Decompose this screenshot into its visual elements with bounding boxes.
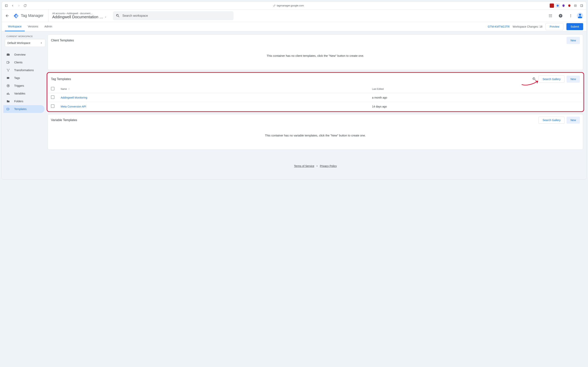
variables-icon [6,92,10,95]
svg-point-28 [8,71,8,72]
tags-icon [6,76,10,80]
ext-icon-2[interactable] [555,3,560,8]
clients-icon [6,61,10,64]
svg-point-2 [557,4,559,7]
svg-point-14 [551,15,552,16]
svg-rect-3 [574,5,577,6]
browser-forward-icon[interactable] [17,3,21,8]
product-logo-block[interactable]: Tag Manager [13,9,48,22]
sidebar-item-label: Templates [14,108,27,111]
help-icon[interactable]: ? [557,12,564,20]
submit-button[interactable]: Submit [566,23,583,30]
folders-icon [6,100,10,103]
client-templates-empty: This container has no client templates, … [48,46,583,70]
svg-point-13 [550,15,551,16]
preview-button[interactable]: Preview [546,23,563,30]
table-row[interactable]: Addingwell Monitoring a month ago [48,93,583,102]
transformations-icon [6,68,10,72]
search-input[interactable] [122,14,231,17]
chevron-right-icon [40,42,43,44]
svg-point-22 [570,17,571,17]
browser-back-icon[interactable] [10,3,15,8]
sidebar-item-triggers[interactable]: Triggers [3,82,44,90]
sidebar-item-label: Clients [14,61,23,64]
template-name-link[interactable]: Addingwell Monitoring [61,96,87,99]
product-name: Tag Manager [21,13,43,18]
app-header: Tag Manager All accounts › Addingwell - … [2,9,586,22]
row-checkbox[interactable] [51,95,54,99]
svg-point-16 [550,17,551,17]
svg-rect-32 [8,93,8,95]
sidebar-item-label: Variables [14,92,25,95]
client-templates-card: Client Templates New This container has … [48,34,583,70]
svg-point-30 [8,85,9,86]
card-title: Tag Templates [51,77,71,81]
sidebar-item-label: Transformations [14,69,34,72]
table-row[interactable]: Meta Conversion API 14 days ago [48,102,583,111]
chevron-down-icon [104,16,107,18]
tab-admin[interactable]: Admin [41,22,55,31]
sidebar-item-folders[interactable]: Folders [3,97,44,105]
new-tag-template-button[interactable]: New [567,76,580,83]
variable-templates-empty: This container has no variable templates… [48,126,583,150]
tab-versions[interactable]: Versions [25,22,42,31]
search-gallery-button[interactable]: Search Gallery [538,76,565,83]
triggers-icon [6,84,10,87]
tab-overview-icon[interactable] [579,3,584,8]
sidebar-item-label: Overview [14,53,25,56]
gtm-logo-icon [13,13,19,18]
svg-point-8 [16,17,17,18]
container-name: Addingwell Documentation … [52,15,103,19]
svg-point-12 [549,15,550,16]
container-id[interactable]: GTM-KMTW2JTR [488,25,510,28]
sidebar-item-label: Triggers [14,84,24,87]
new-variable-template-button[interactable]: New [567,117,580,124]
svg-point-9 [549,14,550,15]
sidebar-item-templates[interactable]: Templates [3,105,44,113]
ext-icon-1[interactable] [550,3,554,8]
sidebar-item-label: Folders [14,100,23,103]
sidebar-item-overview[interactable]: Overview [3,51,44,58]
svg-rect-6 [580,4,583,7]
more-icon[interactable] [567,12,575,20]
svg-point-20 [570,14,571,15]
workspace-selector[interactable]: Default Workspace [5,39,45,47]
ext-icon-3[interactable] [561,3,566,8]
breadcrumb: All accounts › Addingwell - document… [52,12,95,15]
svg-rect-33 [9,94,9,95]
tag-templates-table: Name ↑ Last Edited Addingwell Monitoring… [48,85,583,111]
overview-icon [6,53,10,56]
templates-icon [6,107,10,111]
privacy-link[interactable]: Privacy Policy [320,165,337,167]
search-gallery-button[interactable]: Search Gallery [538,117,565,124]
sidebar-item-tags[interactable]: Tags [3,74,44,82]
account-path[interactable]: All accounts › Addingwell - document… Ad… [52,12,107,19]
row-checkbox[interactable] [51,104,54,108]
sidebar-item-variables[interactable]: Variables [3,90,44,97]
col-edited[interactable]: Last Edited [369,85,583,93]
search-icon[interactable] [532,77,537,81]
svg-point-23 [579,14,581,16]
apps-icon[interactable] [546,12,554,20]
card-title: Client Templates [51,39,74,42]
avatar[interactable] [577,13,583,19]
template-name-link[interactable]: Meta Conversion API [61,105,86,108]
svg-rect-24 [7,61,9,64]
back-button[interactable] [3,12,11,20]
select-all-checkbox[interactable] [51,87,54,90]
tab-workspace[interactable]: Workspace [5,22,25,31]
new-client-template-button[interactable]: New [567,37,580,44]
browser-reload-icon[interactable] [23,3,27,8]
tos-link[interactable]: Terms of Service [294,165,314,167]
sidebar-item-clients[interactable]: Clients [3,58,44,66]
ext-icon-5[interactable] [573,3,578,8]
browser-url-text: tagmanager.google.com [277,4,304,7]
ext-icon-4[interactable] [567,3,571,8]
search-box[interactable] [113,11,234,20]
sidebar-toggle-icon[interactable] [4,3,9,8]
browser-url-bar[interactable]: tagmanager.google.com [29,4,548,7]
col-name[interactable]: Name ↑ [58,85,369,93]
link-icon [273,4,276,7]
sidebar-item-transformations[interactable]: Transformations [3,66,44,74]
svg-point-21 [570,15,571,16]
